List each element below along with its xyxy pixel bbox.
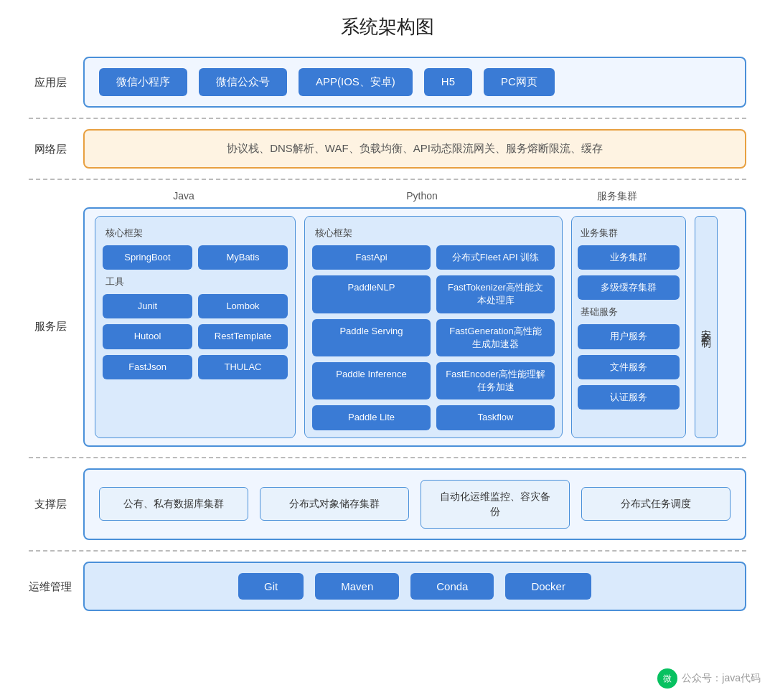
support-item-1: 分布式对象储存集群 [260, 487, 409, 521]
python-item-5: FastGeneration高性能生成加速器 [436, 319, 555, 356]
app-layer-content: 微信小程序 微信公众号 APP(IOS、安卓) H5 PC网页 [83, 57, 746, 108]
support-layer-content: 公有、私有数据库集群 分布式对象储存集群 自动化运维监控、容灾备份 分布式任务调… [83, 468, 746, 540]
java-tool-2: Hutool [103, 324, 192, 349]
divider-4 [29, 550, 746, 552]
base-service-1: 文件服务 [578, 355, 680, 379]
network-layer-box: 协议栈、DNS解析、WAF、负载均衡、API动态限流网关、服务熔断限流、缓存 [83, 129, 746, 169]
java-tool-btns: Junit Lombok Hutool RestTemplate FastJso… [103, 294, 288, 379]
app-layer-box: 微信小程序 微信公众号 APP(IOS、安卓) H5 PC网页 [83, 57, 746, 108]
cluster-col-title: 服务集群 [560, 190, 675, 203]
divider-1 [29, 118, 746, 119]
service-layer-label: 服务层 [29, 320, 72, 334]
ops-layer-content: Git Maven Conda Docker [83, 562, 746, 611]
watermark-text: 公众号：java代码 [682, 672, 761, 685]
ops-layer-label: 运维管理 [29, 579, 72, 594]
app-item-4: PC网页 [484, 68, 555, 96]
python-core-label: 核心框架 [312, 227, 555, 240]
biz-cluster-label: 业务集群 [578, 227, 680, 240]
app-item-3: H5 [424, 68, 472, 96]
ops-layer-row: 运维管理 Git Maven Conda Docker [29, 562, 746, 611]
java-tool-1: Lombok [198, 294, 288, 318]
service-layer-row: 服务层 核心框架 SpringBoot MyBatis 工具 Junit Lom… [29, 207, 746, 447]
ops-layer-box: Git Maven Conda Docker [83, 562, 746, 611]
java-column: 核心框架 SpringBoot MyBatis 工具 Junit Lombok … [95, 216, 296, 438]
app-layer-label: 应用层 [29, 75, 72, 90]
support-layer-row: 支撑层 公有、私有数据库集群 分布式对象储存集群 自动化运维监控、容灾备份 分布… [29, 468, 746, 540]
network-layer-label: 网络层 [29, 141, 72, 156]
ops-item-0: Git [238, 573, 304, 600]
python-item-3: FastTokenizer高性能文本处理库 [436, 275, 555, 313]
watermark: 微 公众号：java代码 [657, 668, 761, 689]
ops-item-2: Conda [410, 573, 494, 600]
java-core-btns: SpringBoot MyBatis [103, 245, 288, 270]
support-item-2: 自动化运维监控、容灾备份 [421, 480, 570, 529]
java-core-1: MyBatis [198, 245, 288, 270]
service-outer-box: 核心框架 SpringBoot MyBatis 工具 Junit Lombok … [83, 207, 746, 447]
watermark-icon: 微 [657, 668, 677, 689]
cluster-inner-box: 业务集群 业务集群 多级缓存集群 基础服务 用户服务 文件服务 认证服务 [571, 216, 686, 438]
java-tool-3: RestTemplate [198, 324, 288, 349]
python-item-9: Taskflow [436, 405, 555, 430]
python-item-2: PaddleNLP [312, 275, 431, 313]
python-item-1: 分布式Fleet API 训练 [436, 245, 555, 270]
base-service-0: 用户服务 [578, 324, 680, 349]
app-item-0: 微信小程序 [99, 68, 187, 96]
python-item-0: FastApi [312, 245, 431, 270]
support-item-3: 分布式任务调度 [581, 487, 731, 521]
java-tool-0: Junit [103, 294, 192, 318]
java-tool-5: THULAC [198, 355, 288, 379]
java-col-title: Java [83, 190, 284, 203]
support-layer-box: 公有、私有数据库集群 分布式对象储存集群 自动化运维监控、容灾备份 分布式任务调… [83, 468, 746, 540]
cluster-and-security: 业务集群 业务集群 多级缓存集群 基础服务 用户服务 文件服务 认证服务 安全控… [571, 216, 683, 438]
security-tag: 安全控制 [695, 216, 718, 438]
ops-item-3: Docker [505, 573, 591, 600]
python-col-title: Python [293, 190, 551, 203]
ops-item-1: Maven [315, 573, 399, 600]
python-column: 核心框架 FastApi 分布式Fleet API 训练 PaddleNLP F… [304, 216, 563, 438]
java-core-label: 核心框架 [103, 227, 288, 240]
biz-cluster-1: 多级缓存集群 [578, 275, 680, 300]
base-service-2: 认证服务 [578, 385, 680, 410]
app-layer-row: 应用层 微信小程序 微信公众号 APP(IOS、安卓) H5 PC网页 [29, 57, 746, 108]
service-col-titles: Java Python 服务集群 [29, 190, 746, 203]
base-service-label: 基础服务 [578, 306, 680, 318]
page-title: 系统架构图 [29, 14, 746, 39]
support-layer-label: 支撑层 [29, 496, 72, 511]
java-tool-4: FastJson [103, 355, 192, 379]
biz-cluster-0: 业务集群 [578, 245, 680, 270]
support-item-0: 公有、私有数据库集群 [99, 487, 248, 521]
python-item-8: Paddle Lite [312, 405, 431, 430]
python-item-6: Paddle Inference [312, 362, 431, 399]
network-layer-row: 网络层 协议栈、DNS解析、WAF、负载均衡、API动态限流网关、服务熔断限流、… [29, 129, 746, 169]
python-items-grid: FastApi 分布式Fleet API 训练 PaddleNLP FastTo… [312, 245, 555, 430]
cluster-column: 业务集群 业务集群 多级缓存集群 基础服务 用户服务 文件服务 认证服务 [571, 216, 686, 438]
divider-3 [29, 457, 746, 458]
app-item-1: 微信公众号 [199, 68, 287, 96]
java-tools-label: 工具 [103, 275, 288, 288]
network-layer-content: 协议栈、DNS解析、WAF、负载均衡、API动态限流网关、服务熔断限流、缓存 [83, 129, 746, 169]
java-inner-box: 核心框架 SpringBoot MyBatis 工具 Junit Lombok … [95, 216, 296, 438]
python-item-4: Paddle Serving [312, 319, 431, 356]
python-item-7: FastEncoder高性能理解任务加速 [436, 362, 555, 399]
java-core-0: SpringBoot [103, 245, 192, 270]
python-inner-box: 核心框架 FastApi 分布式Fleet API 训练 PaddleNLP F… [304, 216, 563, 438]
app-item-2: APP(IOS、安卓) [299, 68, 413, 96]
service-layer-content: 核心框架 SpringBoot MyBatis 工具 Junit Lombok … [83, 207, 746, 447]
divider-2 [29, 179, 746, 180]
